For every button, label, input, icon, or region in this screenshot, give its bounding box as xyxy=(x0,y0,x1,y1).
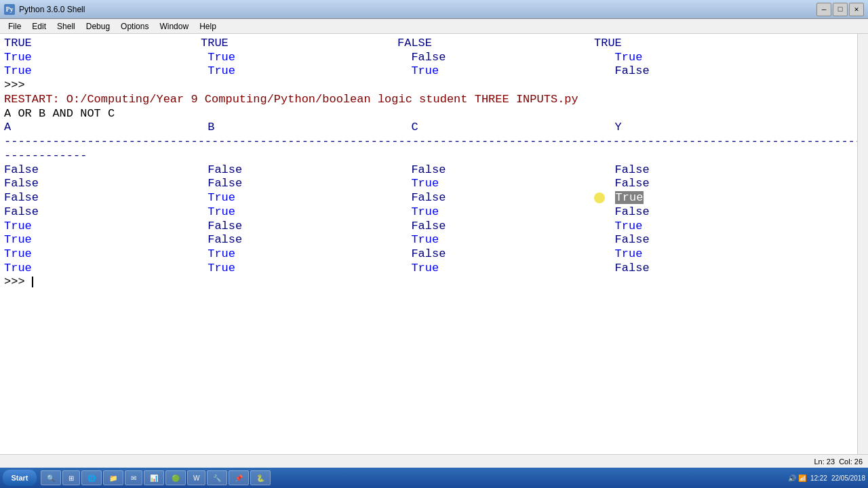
taskbar-task-view[interactable]: ⊞ xyxy=(62,470,80,485)
scrollbar[interactable] xyxy=(857,34,868,468)
clock-time: 12:22 xyxy=(810,474,827,482)
taskbar-python[interactable]: 🐍 xyxy=(250,470,271,485)
prev-header-row: TRUETRUEFALSETRUE xyxy=(4,37,864,51)
menu-shell[interactable]: Shell xyxy=(52,20,81,33)
prev-row-1: True True False True xyxy=(4,51,864,65)
python-icon: Py xyxy=(4,4,15,15)
start-button[interactable]: Start xyxy=(3,470,37,486)
taskbar-explorer[interactable]: 📁 xyxy=(103,470,123,485)
menu-options[interactable]: Options xyxy=(115,20,154,33)
title-bar-left: Py Python 3.6.0 Shell xyxy=(4,4,85,15)
menu-file[interactable]: File xyxy=(3,20,26,33)
expression-line: A OR B AND NOT C xyxy=(4,107,864,121)
minimize-button[interactable]: — xyxy=(816,3,831,16)
col-number: Col: 26 xyxy=(839,458,863,466)
prompt-before-restart: >>> xyxy=(4,79,864,93)
table-row: False True False True xyxy=(4,191,864,205)
final-prompt[interactable]: >>> xyxy=(4,275,864,289)
shell-area[interactable]: TRUETRUEFALSETRUE True True False True T… xyxy=(0,34,868,468)
table-row: True True True False xyxy=(4,262,864,276)
headers-row: A B C Y xyxy=(4,121,864,135)
taskbar-ppt[interactable]: 📊 xyxy=(144,470,164,485)
prev-row-2: True True True False xyxy=(4,64,864,79)
menu-edit[interactable]: Edit xyxy=(26,20,52,33)
taskbar-ie[interactable]: 🌐 xyxy=(81,470,102,485)
system-tray: 🔊 📶 xyxy=(788,474,806,482)
taskbar-items: 🔍 ⊞ 🌐 📁 ✉ 📊 🟢 W 🔧 📌 🐍 xyxy=(41,470,788,485)
status-bar: Ln: 23 Col: 26 xyxy=(0,454,868,468)
table-row: False False True False xyxy=(4,177,864,191)
taskbar-search[interactable]: 🔍 xyxy=(41,470,61,485)
taskbar-right: 🔊 📶 12:22 22/05/2018 xyxy=(788,474,865,482)
clock-date: 22/05/2018 xyxy=(831,474,865,482)
close-button[interactable]: ✕ xyxy=(849,3,864,16)
table-row: False True True False xyxy=(4,205,864,220)
table-row: False False False False xyxy=(4,163,864,178)
menu-debug[interactable]: Debug xyxy=(81,20,115,33)
table-row: True False False True xyxy=(4,220,864,234)
menu-help[interactable]: Help xyxy=(194,20,222,33)
taskbar-mail[interactable]: ✉ xyxy=(125,470,142,485)
window-title: Python 3.6.0 Shell xyxy=(19,5,85,14)
menu-bar: File Edit Shell Debug Options Window Hel… xyxy=(0,19,868,34)
taskbar-app2[interactable]: 📌 xyxy=(229,470,249,485)
table-row: True False True False xyxy=(4,233,864,247)
title-bar: Py Python 3.6.0 Shell — □ ✕ xyxy=(0,0,868,19)
title-bar-buttons: — □ ✕ xyxy=(816,3,864,16)
table-row: True True False True xyxy=(4,247,864,262)
taskbar-app1[interactable]: 🔧 xyxy=(207,470,227,485)
taskbar-greenfoot[interactable]: 🟢 xyxy=(165,470,186,485)
maximize-button[interactable]: □ xyxy=(833,3,848,16)
taskbar-word[interactable]: W xyxy=(187,470,205,485)
taskbar: Start 🔍 ⊞ 🌐 📁 ✉ 📊 🟢 W 🔧 📌 🐍 🔊 📶 12:22 22… xyxy=(0,468,868,488)
menu-window[interactable]: Window xyxy=(154,20,194,33)
separator-line: ----------------------------------------… xyxy=(4,135,864,163)
restart-line: RESTART: O:/Computing/Year 9 Computing/P… xyxy=(4,93,864,107)
line-number: Ln: 23 xyxy=(814,458,835,466)
shell-content: TRUETRUEFALSETRUE True True False True T… xyxy=(4,37,864,289)
